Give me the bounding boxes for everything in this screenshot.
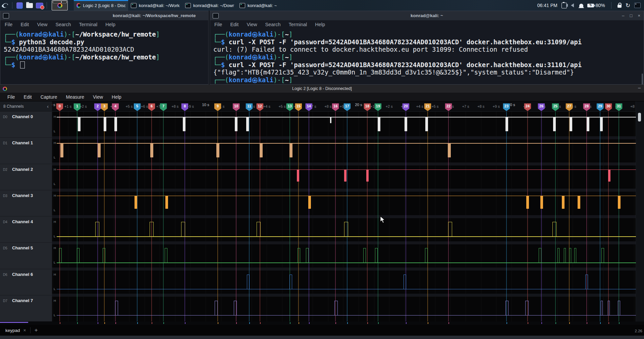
timing-marker-15[interactable]: 15: [295, 103, 302, 111]
terminal-scrollbar-thumb[interactable]: [642, 74, 643, 85]
timing-marker-19[interactable]: 19: [374, 103, 381, 111]
screenshot-tool-icon[interactable]: [634, 3, 641, 8]
channel-row-d1[interactable]: D1Channel 1: [0, 138, 52, 164]
menu-item-help[interactable]: Help: [315, 22, 325, 27]
tab-keypad[interactable]: keypad: [5, 328, 20, 333]
timing-marker-17[interactable]: 17: [343, 103, 351, 111]
logic-menubar: FileEditCaptureMeasureViewHelp: [0, 93, 644, 101]
menu-item-search[interactable]: Search: [265, 22, 281, 27]
timing-marker-26[interactable]: 26: [538, 103, 545, 111]
timing-marker-16[interactable]: 16: [332, 103, 339, 111]
timing-marker-1[interactable]: 1: [73, 103, 80, 111]
timing-marker-22[interactable]: 22: [445, 103, 452, 111]
timing-marker-29[interactable]: 29: [597, 103, 604, 111]
timing-marker-27[interactable]: 27: [566, 103, 573, 111]
file-manager-launcher[interactable]: [25, 1, 34, 10]
terminal-left-content[interactable]: ┌──(konrad㉿kali)-[~/Workspace/hw_remote]…: [0, 29, 208, 84]
channel-row-d0[interactable]: D0Channel 0: [0, 111, 52, 138]
channel-row-d7[interactable]: D7Channel 7: [0, 295, 52, 322]
maximize-button[interactable]: □: [630, 13, 633, 18]
menu-item-search[interactable]: Search: [56, 22, 71, 27]
minimize-button[interactable]: –: [622, 13, 624, 18]
timing-marker-31[interactable]: 31: [615, 103, 623, 111]
kali-menu-button[interactable]: [1, 1, 9, 10]
terminal-left-titlebar[interactable]: konrad@kali: ~/Workspace/hw_remote: [0, 11, 208, 20]
timing-marker-21[interactable]: 21: [424, 103, 431, 111]
timing-marker-12[interactable]: 12: [256, 103, 263, 111]
menu-item-terminal[interactable]: Terminal: [289, 22, 307, 27]
timing-marker-23[interactable]: 23: [503, 103, 510, 111]
taskbar-item-logic-2-log[interactable]: Logic 2 [Logic 8 - Discon...: [74, 0, 128, 11]
logic-app-icon: [3, 87, 7, 91]
time-ruler[interactable]: 0 s+1 s+2 s+3 s+4 s+5 s+6 s+7 s+8 s+9 s1…: [52, 101, 636, 112]
close-button[interactable]: ×: [638, 13, 640, 18]
minimap-marker-tick: [528, 322, 528, 324]
timing-marker-10[interactable]: 10: [233, 103, 240, 111]
menu-item-help[interactable]: Help: [107, 94, 126, 100]
timing-marker-2[interactable]: 2: [94, 103, 101, 111]
workspace-switcher[interactable]: [15, 1, 24, 10]
pulse-d2: [297, 170, 299, 182]
folder-icon: [26, 3, 33, 8]
minimize-button[interactable]: –: [638, 85, 641, 90]
notifications-icon[interactable]: [579, 4, 583, 7]
battery-indicator[interactable]: ϟ 80%: [587, 3, 605, 8]
menu-item-view[interactable]: View: [89, 94, 107, 100]
waveform-plot[interactable]: 0 s+1 s+2 s+3 s+4 s+5 s+6 s+7 s+8 s+9 s1…: [52, 101, 636, 322]
update-icon[interactable]: ↻: [626, 3, 630, 8]
menu-item-edit[interactable]: Edit: [20, 22, 29, 27]
menu-item-file[interactable]: File: [5, 22, 12, 27]
taskbar-item-konrad-kali-[interactable]: konrad@kali: ~: [237, 0, 291, 11]
capture-minimap[interactable]: [0, 322, 644, 325]
timing-marker-7[interactable]: 7: [160, 103, 167, 111]
menu-item-view[interactable]: View: [37, 22, 47, 27]
timing-marker-8[interactable]: 8: [181, 103, 188, 111]
timing-marker-9[interactable]: 9: [214, 103, 221, 111]
taskbar-item-konrad-kali-[interactable]: konrad@kali: ~/Downlo...: [182, 0, 237, 11]
window-preview-thumbnail[interactable]: [52, 0, 68, 10]
menu-item-file[interactable]: File: [214, 22, 222, 27]
timing-marker-3[interactable]: 3: [101, 103, 108, 111]
terminal-right-content[interactable]: ┌──(konrad㉿kali)-[~]└─$ curl -X POST -F …: [210, 29, 644, 84]
timing-marker-20[interactable]: 20: [402, 103, 409, 111]
menu-item-file[interactable]: File: [3, 94, 19, 100]
timing-marker-25[interactable]: 25: [552, 103, 559, 111]
terminal-cursor: [20, 61, 25, 68]
timing-marker-28[interactable]: 28: [583, 103, 590, 111]
scrollbar-thumb[interactable]: [638, 113, 641, 122]
menu-item-view[interactable]: View: [247, 22, 257, 27]
tab-close-icon[interactable]: ×: [23, 328, 26, 333]
timing-marker-18[interactable]: 18: [364, 103, 371, 111]
channel-row-d3[interactable]: D3Channel 3: [0, 190, 52, 216]
channel-row-d6[interactable]: D6Channel 6: [0, 269, 52, 295]
timing-marker-4[interactable]: 4: [112, 103, 119, 111]
volume-icon[interactable]: [571, 3, 574, 7]
timing-marker-14[interactable]: 14: [305, 103, 312, 111]
menu-item-capture[interactable]: Capture: [36, 94, 62, 100]
channel-row-d5[interactable]: D5Channel 5: [0, 243, 52, 269]
channel-row-d2[interactable]: D2Channel 2: [0, 164, 52, 190]
screen-recorder-launcher[interactable]: [35, 1, 44, 10]
channel-row-d4[interactable]: D4Channel 4: [0, 216, 52, 243]
timing-marker-0[interactable]: 0: [56, 103, 63, 111]
plot-vertical-scrollbar[interactable]: [636, 101, 644, 322]
timing-marker-11[interactable]: 11: [246, 103, 253, 111]
timing-marker-6[interactable]: 6: [148, 103, 155, 111]
lock-icon[interactable]: [618, 5, 622, 8]
taskbar-item-konrad-kali-[interactable]: konrad@kali: ~/Worksp...: [128, 0, 182, 11]
timing-marker-24[interactable]: 24: [524, 103, 531, 111]
timing-marker-30[interactable]: 30: [605, 103, 612, 111]
terminal-right-titlebar[interactable]: konrad@kali: ~ –□×: [210, 11, 644, 20]
logic-titlebar[interactable]: Logic 2 [Logic 8 - Disconnected] –: [0, 85, 644, 93]
channels-header[interactable]: 8 Channels ‹: [0, 101, 52, 111]
timing-marker-13[interactable]: 13: [286, 103, 293, 111]
collapse-sidebar-icon[interactable]: ‹: [47, 103, 49, 109]
timing-marker-5[interactable]: 5: [134, 103, 141, 111]
menu-item-help[interactable]: Help: [105, 22, 115, 27]
new-tab-button[interactable]: +: [35, 327, 38, 334]
menu-item-terminal[interactable]: Terminal: [79, 22, 98, 27]
menu-item-edit[interactable]: Edit: [230, 22, 238, 27]
menu-item-measure[interactable]: Measure: [62, 94, 89, 100]
menu-item-edit[interactable]: Edit: [19, 94, 36, 100]
level-low-label: L: [54, 129, 55, 133]
